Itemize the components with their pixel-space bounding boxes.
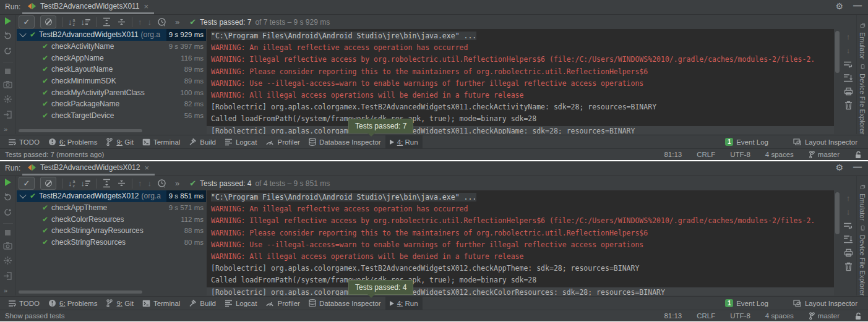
test-row[interactable]: ✔ checkLayoutName 89 ms (17, 64, 206, 75)
tool-window-button-emulator[interactable]: Emulator (859, 193, 866, 221)
clear-all-icon[interactable] (844, 262, 853, 271)
import-test-results-icon[interactable] (3, 110, 12, 119)
sort-by-duration-button[interactable]: ↓ (80, 179, 90, 188)
console-vertical-scrollbar[interactable] (835, 192, 840, 234)
tool-window-button-run[interactable]: 4: Run (385, 297, 423, 310)
rerun-failed-tests-icon[interactable] (3, 31, 12, 40)
collapse-all-icon[interactable] (117, 179, 126, 188)
tool-window-button-profiler[interactable]: Profiler (261, 297, 304, 310)
test-row[interactable]: ✔ checkPackageName 82 ms (17, 98, 206, 110)
event-log-button[interactable]: 1 Event Log (721, 299, 773, 307)
collapse-all-icon[interactable] (117, 17, 126, 27)
indent-indicator[interactable]: 4 spaces (765, 312, 794, 320)
console-output[interactable]: "C:\Program Files\Android\Android Studio… (207, 190, 834, 295)
tool-window-button-emulator[interactable]: Emulator (859, 32, 866, 59)
tool-window-button-logcat[interactable]: Logcat (220, 135, 262, 148)
close-icon[interactable]: × (144, 2, 149, 11)
git-branch-indicator[interactable]: master (809, 151, 840, 158)
show-passed-toggle[interactable]: ✓ (19, 177, 35, 190)
soft-wrap-icon[interactable] (843, 60, 853, 69)
tool-window-button-problems[interactable]: 6: Problems (44, 135, 101, 148)
tool-window-button-device-file-explorer[interactable]: Device File Explorer (859, 235, 866, 295)
next-failed-test-icon[interactable]: ↓ (147, 179, 152, 188)
print-icon[interactable] (844, 87, 853, 96)
run-tab[interactable]: TestB2AdvancedWidgetsX012 × (22, 161, 155, 176)
tool-window-button-terminal[interactable]: Terminal (138, 135, 184, 148)
lock-icon[interactable] (854, 151, 862, 159)
screenshot-icon[interactable] (3, 242, 12, 250)
toggle-auto-test-icon[interactable] (3, 46, 12, 56)
stop-icon[interactable] (5, 230, 11, 235)
device-file-explorer-icon[interactable] (859, 64, 866, 69)
emulator-icon[interactable] (859, 23, 867, 28)
stop-icon[interactable] (5, 69, 11, 74)
test-settings-icon[interactable] (3, 95, 12, 104)
encoding-indicator[interactable]: UTF-8 (730, 151, 750, 158)
test-row[interactable]: ✔ checkStringArrayResources 88 ms (17, 225, 206, 237)
chevron-down-icon[interactable] (19, 192, 26, 198)
show-ignored-toggle[interactable] (40, 15, 56, 28)
soft-wrap-icon[interactable] (843, 221, 853, 230)
test-row[interactable]: ✔ checkMinimumSDK 89 ms (17, 75, 206, 87)
more-options-icon[interactable]: » (4, 287, 7, 294)
show-ignored-toggle[interactable] (40, 177, 56, 190)
scroll-to-end-icon[interactable] (843, 235, 853, 244)
chevron-down-icon[interactable] (19, 30, 26, 37)
clear-all-icon[interactable] (844, 101, 853, 110)
test-tree-root-row[interactable]: ✔ TestB2AdvancedWidgetsX011 (org.a 9 s 9… (17, 29, 206, 41)
indent-indicator[interactable]: 4 spaces (765, 151, 794, 158)
tool-window-button-todo[interactable]: TODO (4, 297, 44, 310)
tool-window-button-terminal[interactable]: Terminal (138, 297, 184, 310)
run-tab[interactable]: TestB2AdvancedWidgetsX011 × (22, 0, 154, 14)
line-ending-indicator[interactable]: CRLF (697, 312, 715, 320)
test-tree-root-row[interactable]: ✔ TestB2AdvancedWidgetsX012 (org.a 9 s 8… (17, 190, 206, 202)
device-file-explorer-icon[interactable] (859, 226, 866, 231)
tool-window-button-build[interactable]: Build (184, 135, 220, 148)
expand-all-icon[interactable] (102, 179, 111, 188)
show-passed-toggle[interactable]: ✓ (19, 15, 35, 28)
test-row[interactable]: ✔ checkStringResources 80 ms (17, 237, 206, 248)
tool-window-button-todo[interactable]: TODO (4, 135, 44, 148)
scroll-down-icon[interactable]: ↓ (846, 46, 851, 55)
layout-inspector-button[interactable]: Layout Inspector (789, 138, 862, 146)
more-icon[interactable]: » (175, 17, 179, 27)
rerun-icon[interactable] (5, 179, 11, 186)
scroll-down-icon[interactable]: ↓ (846, 208, 851, 216)
encoding-indicator[interactable]: UTF-8 (730, 312, 750, 320)
line-ending-indicator[interactable]: CRLF (697, 151, 715, 158)
test-history-icon[interactable] (157, 179, 167, 189)
caret-position[interactable]: 81:13 (664, 312, 682, 320)
gear-icon[interactable]: ⚙ (835, 163, 843, 172)
close-icon[interactable]: × (144, 164, 149, 172)
previous-failed-test-icon[interactable]: ↑ (138, 17, 142, 27)
test-row[interactable]: ✔ checkAppTheme 9 s 571 ms (17, 202, 206, 214)
test-row[interactable]: ✔ checkActivityName 9 s 397 ms (17, 41, 206, 53)
expand-all-icon[interactable] (102, 17, 111, 27)
gear-icon[interactable]: ⚙ (835, 1, 843, 11)
more-icon[interactable]: » (175, 179, 179, 188)
import-test-results-icon[interactable] (3, 271, 12, 281)
tree-horizontal-scrollbar[interactable] (19, 290, 142, 294)
sort-by-duration-button[interactable]: ↓ (80, 17, 90, 27)
minimize-icon[interactable]: — (853, 1, 862, 11)
test-row[interactable]: ✔ checkColorResources 112 ms (17, 213, 206, 225)
tool-window-button-problems[interactable]: 6: Problems (44, 297, 101, 310)
event-log-button[interactable]: 1 Event Log (721, 138, 773, 146)
scroll-up-icon[interactable]: ↑ (846, 194, 851, 203)
rerun-icon[interactable] (5, 17, 11, 25)
console-vertical-scrollbar[interactable] (835, 31, 840, 73)
scroll-to-end-icon[interactable] (843, 74, 853, 82)
tool-window-button-git[interactable]: 9: Git (101, 297, 138, 310)
caret-position[interactable]: 81:13 (664, 151, 682, 158)
test-settings-icon[interactable] (3, 256, 12, 265)
tool-window-button-run[interactable]: 4: Run (385, 135, 423, 148)
rerun-failed-tests-icon[interactable] (3, 192, 12, 201)
previous-failed-test-icon[interactable]: ↑ (138, 179, 142, 188)
tool-window-button-git[interactable]: 9: Git (101, 135, 138, 148)
git-branch-indicator[interactable]: master (809, 312, 840, 320)
next-failed-test-icon[interactable]: ↓ (147, 17, 152, 27)
tool-window-button-logcat[interactable]: Logcat (220, 297, 262, 310)
tree-horizontal-scrollbar[interactable] (19, 129, 142, 132)
test-row[interactable]: ✔ checkTargetDevice 56 ms (17, 110, 206, 122)
console-output[interactable]: "C:\Program Files\Android\Android Studio… (207, 29, 834, 134)
